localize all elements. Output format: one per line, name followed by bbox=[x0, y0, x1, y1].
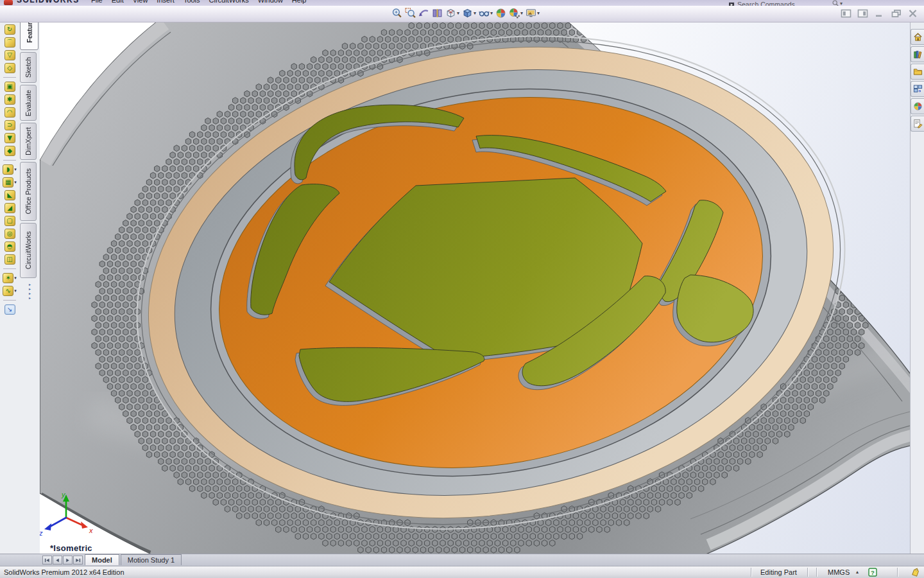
3d-model-canvas[interactable]: y x z bbox=[40, 22, 910, 554]
tab-office-products[interactable]: Office Products bbox=[20, 162, 37, 221]
chevron-down-icon[interactable]: ▾ bbox=[457, 10, 459, 16]
boundary-boss-base-button[interactable]: ◇ bbox=[4, 63, 15, 73]
toggle-pane-left-button[interactable] bbox=[840, 8, 852, 18]
next-icon bbox=[65, 557, 71, 563]
chevron-down-icon[interactable]: ▾ bbox=[14, 180, 17, 185]
zoom-to-area-icon bbox=[405, 8, 416, 19]
menu-help[interactable]: Help bbox=[292, 0, 307, 4]
revolved-boss-base-button[interactable]: ↻ bbox=[4, 24, 15, 35]
graphics-area[interactable]: y x z *Isometric bbox=[40, 22, 910, 554]
toolbar-separator bbox=[3, 160, 16, 161]
chevron-down-icon[interactable]: ▾ bbox=[14, 288, 17, 293]
view-orientation-label: *Isometric bbox=[50, 543, 92, 553]
instant3d-button[interactable]: ↘ bbox=[4, 304, 15, 315]
menu-window[interactable]: Window bbox=[258, 0, 283, 4]
task-pane-tab-solidworks-resources[interactable] bbox=[911, 29, 924, 45]
mirror-button[interactable]: ◫ bbox=[4, 254, 15, 265]
zoom-to-area-button[interactable] bbox=[404, 7, 417, 19]
status-divider bbox=[751, 568, 751, 577]
wrap-button[interactable]: ◎ bbox=[4, 229, 15, 239]
document-tabs: ModelMotion Study 1 bbox=[85, 554, 182, 565]
lofted-cut-button[interactable]: ▼ bbox=[4, 133, 15, 143]
curves-button[interactable]: ∿▾ bbox=[3, 286, 17, 296]
linear-pattern-button[interactable]: ▦▾ bbox=[3, 177, 17, 188]
tab-evaluate[interactable]: Evaluate bbox=[20, 85, 37, 121]
task-pane-tab-appearances-scenes[interactable] bbox=[911, 98, 924, 114]
hide-show-items-button[interactable]: ▾ bbox=[477, 7, 494, 19]
tab-nav-first-button[interactable] bbox=[42, 556, 52, 565]
menu-view[interactable]: View bbox=[133, 0, 148, 4]
tab-nav-last-button[interactable] bbox=[73, 556, 83, 565]
chevron-up-icon[interactable]: ▴ bbox=[856, 569, 859, 575]
search-commands-input[interactable]: Search Commands bbox=[729, 0, 795, 6]
curves-icon: ∿ bbox=[3, 286, 13, 296]
tab-sketch[interactable]: Sketch bbox=[20, 52, 37, 83]
close-icon bbox=[907, 9, 918, 18]
swept-cut-button[interactable]: ⊃ bbox=[4, 120, 15, 130]
swept-boss-base-button[interactable]: ⌒ bbox=[4, 37, 15, 48]
command-manager-tabs: FeaturesSketchEvaluateDimXpertOffice Pro… bbox=[20, 8, 40, 301]
help-button[interactable]: ? bbox=[868, 568, 877, 578]
revolved-cut-button[interactable]: ◠ bbox=[4, 107, 15, 118]
view-orientation-icon bbox=[445, 8, 456, 19]
minimize-button[interactable] bbox=[873, 8, 886, 18]
view-settings-button[interactable]: ▾ bbox=[524, 7, 541, 19]
menu-file[interactable]: File bbox=[91, 0, 103, 4]
menu-tools[interactable]: Tools bbox=[184, 0, 200, 4]
file-explorer-icon bbox=[913, 67, 923, 76]
task-pane-tab-design-library[interactable] bbox=[911, 46, 924, 62]
chevron-down-icon[interactable]: ▾ bbox=[474, 10, 476, 16]
display-style-button[interactable]: ▾ bbox=[461, 7, 477, 19]
lofted-boss-base-icon: ▽ bbox=[4, 50, 15, 60]
rib-button[interactable]: ◣ bbox=[4, 190, 15, 200]
toggle-pane-right-button[interactable] bbox=[857, 8, 869, 18]
lofted-boss-base-button[interactable]: ▽ bbox=[4, 50, 15, 60]
search-scope-button[interactable]: ▾ bbox=[832, 0, 843, 6]
view-tools-group: ▾▾▾▾▾ bbox=[390, 7, 541, 19]
chevron-down-icon[interactable]: ▾ bbox=[520, 10, 523, 16]
draft-button[interactable]: ◢ bbox=[4, 203, 15, 213]
tags-button[interactable] bbox=[911, 568, 920, 578]
task-pane-tab-custom-properties[interactable] bbox=[911, 116, 924, 132]
shell-button[interactable]: ▢ bbox=[4, 216, 15, 226]
toolbar-separator bbox=[3, 77, 16, 78]
tab-dimxpert[interactable]: DimXpert bbox=[20, 123, 37, 160]
view-orientation-button[interactable]: ▾ bbox=[444, 7, 461, 19]
tab-nav-previous-button[interactable] bbox=[53, 556, 62, 565]
extruded-cut-button[interactable]: ▣ bbox=[4, 82, 15, 92]
tab-scroll-arrows[interactable]: ▸▸▸▸ bbox=[20, 283, 40, 301]
section-view-button[interactable] bbox=[431, 7, 444, 19]
instant3d-icon: ↘ bbox=[4, 304, 15, 315]
document-tab-motion-study-1[interactable]: Motion Study 1 bbox=[121, 554, 182, 565]
menu-circuitworks[interactable]: CircuitWorks bbox=[209, 0, 249, 4]
toolbar-separator bbox=[3, 300, 16, 301]
unit-system-selector[interactable]: MMGS bbox=[828, 568, 850, 576]
tab-nav-next-button[interactable] bbox=[63, 556, 73, 565]
restore-button[interactable] bbox=[890, 8, 902, 18]
chevron-down-icon[interactable]: ▾ bbox=[537, 10, 540, 16]
reference-geometry-button[interactable]: ✶▾ bbox=[3, 273, 17, 283]
menu-insert[interactable]: Insert bbox=[157, 0, 175, 4]
previous-view-button[interactable] bbox=[417, 7, 431, 19]
task-pane-tab-file-explorer[interactable] bbox=[911, 64, 924, 80]
menu-edit[interactable]: Edit bbox=[112, 0, 124, 4]
chevron-down-icon[interactable]: ▾ bbox=[490, 10, 493, 16]
fillet-button[interactable]: ◗▾ bbox=[3, 164, 17, 175]
zoom-to-fit-button[interactable] bbox=[390, 7, 404, 19]
editing-mode-text: Editing Part bbox=[760, 568, 797, 576]
previous-icon bbox=[55, 557, 60, 563]
dome-button[interactable]: ◓ bbox=[4, 241, 15, 252]
edit-appearance-button[interactable] bbox=[494, 7, 508, 19]
close-button[interactable] bbox=[907, 8, 919, 18]
hole-wizard-button[interactable]: ✱ bbox=[4, 94, 15, 105]
apply-scene-icon bbox=[509, 8, 520, 19]
task-pane-tab-view-palette[interactable] bbox=[911, 81, 924, 97]
status-divider bbox=[807, 568, 808, 577]
tab-circuitworks[interactable]: CircuitWorks bbox=[20, 223, 37, 278]
chevron-down-icon[interactable]: ▾ bbox=[14, 167, 17, 172]
linear-pattern-icon: ▦ bbox=[3, 177, 13, 188]
boundary-cut-button[interactable]: ◆ bbox=[4, 146, 15, 156]
apply-scene-button[interactable]: ▾ bbox=[508, 7, 524, 19]
document-tab-model[interactable]: Model bbox=[85, 554, 119, 565]
chevron-down-icon[interactable]: ▾ bbox=[14, 276, 17, 281]
